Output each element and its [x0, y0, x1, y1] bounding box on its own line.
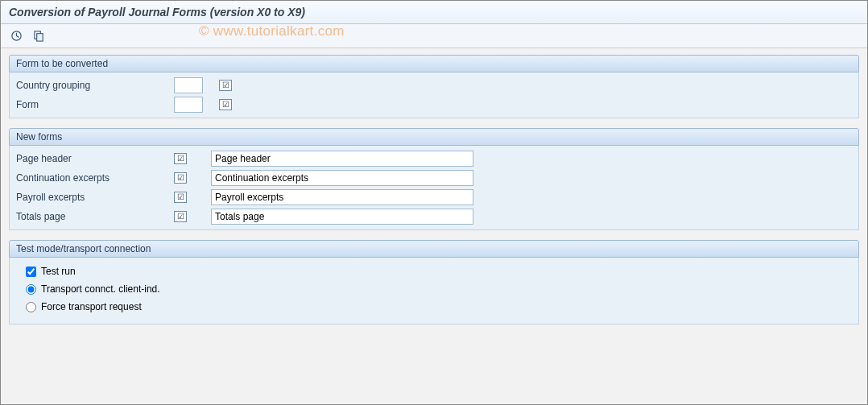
row-totals-page: Totals page ☑	[10, 207, 858, 226]
country-grouping-valuehelp-icon[interactable]: ☑	[219, 80, 232, 91]
continuation-excerpts-valuehelp-icon[interactable]: ☑	[174, 172, 187, 184]
group-header: Form to be converted	[9, 55, 859, 72]
page-header-label: Page header	[16, 153, 169, 164]
test-run-checkbox[interactable]	[26, 267, 36, 277]
row-form: Form ☑	[10, 95, 858, 114]
group-form-to-be-converted: Form to be converted Country grouping ☑ …	[9, 55, 859, 118]
group-header: New forms	[9, 128, 859, 146]
content-area: Form to be converted Country grouping ☑ …	[1, 48, 867, 341]
totals-page-label: Totals page	[16, 211, 169, 222]
execute-button[interactable]	[7, 28, 25, 44]
svg-rect-2	[36, 34, 43, 41]
form-valuehelp-icon[interactable]: ☑	[219, 99, 232, 110]
row-page-header: Page header ☑	[10, 149, 858, 168]
row-payroll-excerpts: Payroll excerpts ☑	[10, 188, 858, 207]
group-test-mode: Test mode/transport connection Test run …	[9, 240, 859, 324]
transport-client-ind-label: Transport connct. client-ind.	[41, 283, 160, 295]
payroll-excerpts-valuehelp-icon[interactable]: ☑	[174, 192, 187, 203]
form-label: Form	[16, 99, 169, 110]
page-header-valuehelp-icon[interactable]: ☑	[174, 153, 187, 164]
row-transport-client-ind: Transport connct. client-ind.	[10, 280, 858, 298]
payroll-excerpts-input[interactable]	[211, 189, 473, 205]
totals-page-input[interactable]	[211, 209, 473, 225]
get-variant-button[interactable]	[30, 28, 48, 44]
group-body: Page header ☑ Continuation excerpts ☑ Pa…	[9, 146, 859, 230]
page-header-input[interactable]	[211, 151, 473, 167]
payroll-excerpts-label: Payroll excerpts	[16, 192, 169, 203]
toolbar	[1, 24, 867, 48]
test-run-label: Test run	[41, 266, 76, 277]
country-grouping-input[interactable]	[174, 77, 203, 93]
transport-client-ind-radio[interactable]	[26, 284, 36, 295]
country-grouping-label: Country grouping	[16, 80, 169, 91]
row-force-transport: Force transport request	[10, 298, 858, 316]
group-new-forms: New forms Page header ☑ Continuation exc…	[9, 128, 859, 230]
variant-icon	[33, 30, 45, 42]
group-body: Test run Transport connct. client-ind. F…	[9, 258, 859, 324]
page-title: Conversion of Payroll Journal Forms (ver…	[1, 1, 867, 24]
clock-execute-icon	[10, 30, 23, 42]
force-transport-label: Force transport request	[41, 301, 142, 312]
row-continuation-excerpts: Continuation excerpts ☑	[10, 168, 858, 188]
force-transport-radio[interactable]	[26, 302, 36, 312]
continuation-excerpts-input[interactable]	[211, 170, 473, 186]
group-body: Country grouping ☑ Form ☑	[9, 72, 859, 118]
form-input[interactable]	[174, 97, 203, 113]
continuation-excerpts-label: Continuation excerpts	[16, 172, 169, 184]
group-header: Test mode/transport connection	[9, 240, 859, 258]
row-country-grouping: Country grouping ☑	[10, 76, 858, 95]
row-test-run: Test run	[10, 262, 858, 280]
totals-page-valuehelp-icon[interactable]: ☑	[174, 211, 187, 222]
